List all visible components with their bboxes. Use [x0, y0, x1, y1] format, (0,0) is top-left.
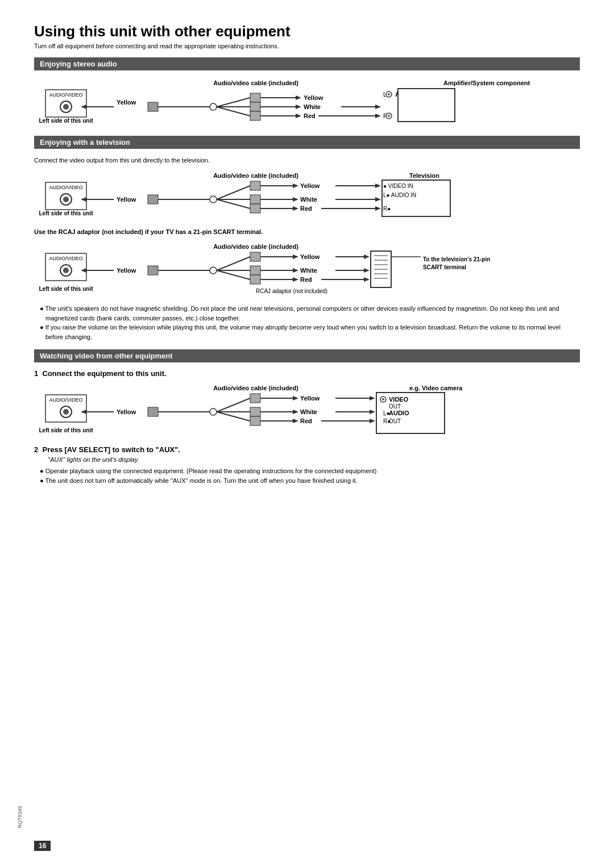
- svg-rect-49: [148, 195, 158, 204]
- page-title: Using this unit with other equipment: [34, 23, 580, 40]
- svg-text:OUT: OUT: [389, 418, 401, 424]
- svg-text:Yellow: Yellow: [117, 99, 136, 106]
- svg-point-37: [388, 115, 390, 117]
- svg-text:Audio/video cable (included): Audio/video cable (included): [213, 80, 298, 86]
- svg-text:Amplifier/System component: Amplifier/System component: [443, 80, 530, 86]
- svg-text:Red: Red: [304, 112, 316, 119]
- svg-marker-63: [293, 197, 298, 202]
- svg-marker-94: [293, 254, 298, 259]
- svg-text:Audio/video cable (included): Audio/video cable (included): [213, 172, 298, 179]
- page-number: 16: [34, 841, 51, 851]
- svg-text:Left side of this unit: Left side of this unit: [39, 427, 94, 433]
- rqt-number: RQT8349: [17, 806, 23, 828]
- svg-rect-9: [148, 102, 158, 111]
- tv-diagram-svg-1: Audio/video cable (included) Television …: [34, 170, 557, 221]
- svg-text:AUDIO: AUDIO: [389, 410, 409, 416]
- stereo-diagram-svg: Audio/video cable (included) Amplifier/S…: [34, 77, 557, 128]
- svg-point-27: [388, 93, 390, 95]
- svg-text:Audio/video cable (included): Audio/video cable (included): [213, 243, 298, 250]
- svg-text:OUT: OUT: [389, 403, 401, 410]
- svg-text:SCART terminal: SCART terminal: [423, 264, 466, 270]
- svg-point-127: [63, 409, 69, 415]
- svg-marker-72: [375, 206, 381, 211]
- svg-rect-143: [250, 407, 260, 416]
- svg-text:To the television's 21-pin: To the television's 21-pin: [423, 256, 490, 262]
- svg-rect-29: [250, 111, 260, 120]
- svg-point-157: [382, 398, 384, 400]
- svg-line-91: [217, 270, 250, 279]
- svg-line-134: [217, 398, 250, 412]
- svg-marker-60: [375, 183, 381, 188]
- tv-diagram-1: Audio/video cable (included) Television …: [34, 170, 580, 223]
- warning-1: ● The unit's speakers do not have magnet…: [40, 304, 580, 323]
- svg-marker-145: [293, 410, 298, 414]
- svg-text:AUDIO/VIDEO: AUDIO/VIDEO: [49, 256, 82, 261]
- svg-rect-131: [148, 407, 158, 416]
- svg-text:Yellow: Yellow: [304, 94, 323, 101]
- svg-marker-66: [375, 197, 381, 202]
- svg-text:Left side of this unit: Left side of this unit: [39, 118, 94, 124]
- svg-marker-34: [375, 114, 381, 118]
- svg-marker-69: [293, 206, 298, 211]
- svg-text:Red: Red: [300, 276, 312, 283]
- svg-text:R●: R●: [383, 206, 391, 212]
- svg-rect-104: [250, 275, 260, 284]
- watching-bullet-1: ● Operate playback using the connected e…: [40, 466, 580, 476]
- svg-rect-55: [250, 181, 260, 190]
- svg-text:AUDIO/VIDEO: AUDIO/VIDEO: [49, 92, 82, 98]
- svg-rect-92: [250, 252, 260, 261]
- svg-line-89: [217, 257, 250, 270]
- svg-rect-149: [250, 416, 260, 425]
- svg-text:Yellow: Yellow: [117, 267, 136, 274]
- svg-marker-139: [293, 396, 298, 400]
- svg-rect-38: [398, 89, 455, 122]
- svg-marker-142: [370, 396, 375, 400]
- svg-text:Left side of this unit: Left side of this unit: [39, 210, 94, 216]
- svg-rect-61: [250, 195, 260, 204]
- svg-point-82: [63, 268, 69, 273]
- svg-marker-103: [364, 268, 370, 273]
- svg-text:Television: Television: [409, 172, 439, 179]
- tv-intro: Connect the video output from this unit …: [34, 156, 580, 165]
- svg-text:Audio/video cable (included): Audio/video cable (included): [213, 385, 298, 391]
- svg-text:White: White: [300, 196, 317, 203]
- svg-rect-15: [250, 93, 260, 102]
- svg-text:RCAJ adaptor (not included): RCAJ adaptor (not included): [256, 288, 327, 294]
- svg-text:Yellow: Yellow: [117, 196, 136, 203]
- svg-marker-24: [375, 105, 381, 109]
- watching-diagram-svg: Audio/video cable (included) e.g. Video …: [34, 382, 557, 439]
- svg-text:Left side of this unit: Left side of this unit: [39, 286, 94, 292]
- svg-text:White: White: [304, 103, 321, 110]
- section-header-tv: Enjoying with a television: [34, 136, 580, 149]
- svg-marker-17: [296, 95, 301, 100]
- svg-text:Yellow: Yellow: [117, 408, 136, 415]
- warning-bullets: ● The unit's speakers do not have magnet…: [34, 304, 580, 341]
- svg-marker-57: [293, 183, 298, 188]
- section-header-stereo: Enjoying stereo audio: [34, 57, 580, 70]
- svg-marker-21: [296, 105, 301, 109]
- svg-text:Red: Red: [300, 205, 312, 212]
- watching-diagram: Audio/video cable (included) e.g. Video …: [34, 382, 580, 441]
- svg-marker-148: [370, 410, 375, 414]
- svg-text:Yellow: Yellow: [300, 182, 320, 189]
- svg-point-51: [210, 196, 217, 203]
- svg-text:L● AUDIO IN: L● AUDIO IN: [383, 192, 416, 198]
- svg-line-136: [217, 412, 250, 421]
- svg-marker-106: [293, 277, 298, 282]
- svg-point-45: [63, 197, 69, 202]
- step-2-label: 2 Press [AV SELECT] to switch to "AUX".: [34, 445, 580, 454]
- svg-line-14: [217, 107, 250, 116]
- svg-text:VIDEO: VIDEO: [389, 396, 409, 403]
- page-subtitle: Turn off all equipment before connecting…: [34, 43, 580, 49]
- svg-text:Yellow: Yellow: [300, 253, 320, 260]
- svg-marker-151: [293, 419, 298, 423]
- svg-text:AUDIO/VIDEO: AUDIO/VIDEO: [49, 397, 82, 403]
- svg-text:AUDIO/VIDEO: AUDIO/VIDEO: [49, 185, 82, 190]
- svg-line-12: [217, 98, 250, 107]
- svg-marker-100: [293, 268, 298, 273]
- svg-marker-109: [364, 277, 370, 282]
- warning-2: ● If you raise the volume on the televis…: [40, 323, 580, 341]
- svg-text:e.g. Video camera: e.g. Video camera: [409, 385, 463, 391]
- svg-point-5: [63, 104, 69, 110]
- svg-rect-137: [250, 394, 260, 403]
